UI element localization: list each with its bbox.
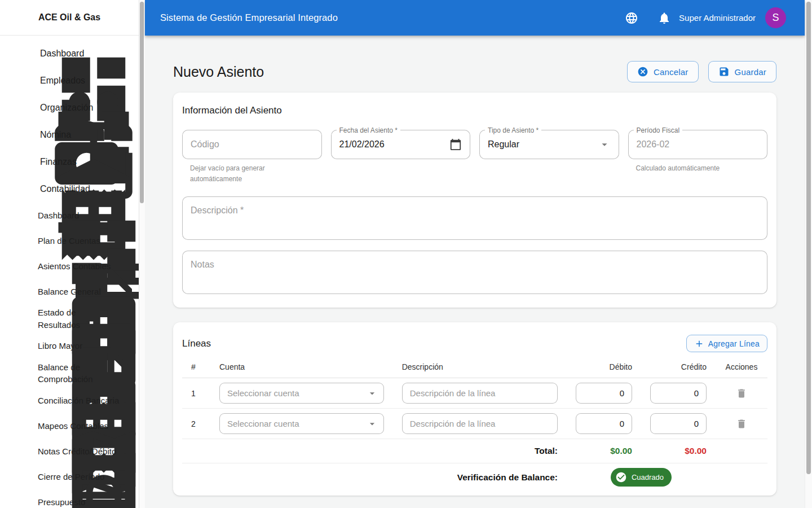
- chevron-down-icon: [115, 155, 129, 169]
- debito-input-row2[interactable]: [576, 413, 632, 434]
- bank-icon: [9, 155, 23, 169]
- caret-down-icon: [367, 418, 378, 430]
- sidebar-item-contabilidad[interactable]: Contabilidad: [0, 176, 139, 203]
- descripcion-textarea[interactable]: [182, 196, 767, 240]
- sidebar-item-nomina[interactable]: Nómina: [0, 121, 139, 148]
- bell-icon: [657, 11, 671, 25]
- sidebar-subitem-label: Libro Mayor: [38, 340, 82, 352]
- descripcion-input-row2[interactable]: [402, 413, 558, 434]
- periodo-value: 2026-02: [637, 139, 760, 150]
- lines-card: Líneas Agregar Línea # Cuenta Descripció…: [173, 322, 776, 496]
- sidebar-item-label: Contabilidad: [40, 184, 90, 194]
- chevron-down-icon: [115, 128, 129, 142]
- periodo-label: Período Fiscal: [634, 126, 683, 134]
- notas-textarea[interactable]: [182, 251, 767, 294]
- credito-input-row2[interactable]: [650, 413, 707, 434]
- sidebar-subitem-conciliacion-bancaria[interactable]: Conciliación Bancaria: [0, 388, 139, 413]
- sidebar-item-label: Empleados: [40, 76, 85, 86]
- totals-row: Total: $0.00 $0.00: [182, 439, 767, 463]
- fecha-field[interactable]: Fecha del Asiento * 21/02/2026: [331, 130, 471, 159]
- notifications-button[interactable]: [653, 7, 676, 29]
- sidebar-item-label: Organización: [40, 103, 93, 113]
- lines-table-header: # Cuenta Descripción Débito Crédito Acci…: [182, 352, 767, 378]
- info-card-heading: Información del Asiento: [182, 105, 767, 116]
- sidebar-subitem-balance-de-comprobacion[interactable]: Balance de Comprobación: [0, 359, 139, 388]
- col-number: #: [182, 352, 210, 378]
- chevron-up-icon: [115, 182, 129, 196]
- sidebar-scrollbar-thumb[interactable]: [140, 2, 144, 203]
- sidebar-subitem-estado-de-resultados[interactable]: Estado de Resultados: [0, 304, 139, 334]
- cuenta-select-row2[interactable]: Seleccionar cuenta: [219, 413, 384, 434]
- receipt-icon: [9, 182, 23, 196]
- save-button-label: Guardar: [735, 67, 766, 77]
- sidebar-item-label: Dashboard: [40, 49, 84, 59]
- fecha-label: Fecha del Asiento *: [337, 126, 400, 134]
- add-line-button-label: Agregar Línea: [708, 339, 760, 348]
- page-scrollbar-thumb[interactable]: [806, 2, 811, 474]
- total-credito: $0.00: [641, 439, 716, 463]
- list-icon: [19, 235, 30, 247]
- sidebar-subitem-mapeos-contables[interactable]: Mapeos Contables: [0, 413, 139, 439]
- tipo-label: Tipo de Asiento *: [485, 126, 541, 134]
- sidebar-scrollbar[interactable]: [139, 0, 145, 508]
- sidebar-subitem-label: Cierre de Período: [38, 471, 104, 483]
- app-bar: Sistema de Gestión Empresarial Integrado…: [145, 0, 805, 36]
- caret-down-icon: [367, 388, 378, 399]
- avatar[interactable]: S: [765, 7, 786, 28]
- sidebar-item-label: Presupuesto: [38, 496, 85, 508]
- main-area: Sistema de Gestión Empresarial Integrado…: [145, 0, 805, 508]
- sidebar-subitem-dashboard[interactable]: Dashboard: [0, 203, 139, 228]
- tipo-select[interactable]: Tipo de Asiento * Regular: [479, 130, 619, 159]
- payments-icon: [9, 128, 23, 142]
- lines-card-heading: Líneas: [182, 338, 211, 349]
- total-debito: $0.00: [567, 439, 641, 463]
- debito-input-row1[interactable]: [576, 383, 632, 404]
- sidebar-item-label: Nómina: [40, 130, 71, 140]
- cancel-button-label: Cancelar: [654, 67, 689, 77]
- save-button[interactable]: Guardar: [708, 61, 776, 82]
- delete-line-button-row1[interactable]: [732, 384, 751, 402]
- credito-input-row1[interactable]: [650, 383, 707, 404]
- cancel-button[interactable]: Cancelar: [627, 61, 699, 82]
- col-credito: Crédito: [641, 352, 716, 378]
- add-line-button[interactable]: Agregar Línea: [686, 335, 767, 352]
- sidebar-subitem-plan-de-cuentas[interactable]: Plan de Cuentas: [0, 228, 139, 253]
- descripcion-input-row1[interactable]: [402, 383, 558, 404]
- sidebar-item-dashboard[interactable]: Dashboard: [0, 40, 139, 67]
- sidebar-subitem-cierre-de-periodo[interactable]: Cierre de Período: [0, 464, 139, 489]
- cuenta-select-placeholder: Seleccionar cuenta: [227, 419, 367, 428]
- page-scrollbar[interactable]: [805, 0, 812, 508]
- sidebar-item-organizacion[interactable]: Organización: [0, 94, 139, 121]
- cuenta-select-placeholder: Seleccionar cuenta: [227, 388, 367, 398]
- sidebar-subitem-libro-mayor[interactable]: Libro Mayor: [0, 334, 139, 359]
- check-circle-icon: [615, 471, 627, 483]
- sidebar-subitem-notas-credito-debito[interactable]: Notas Crédito/Débito: [0, 439, 139, 464]
- language-button[interactable]: [620, 7, 643, 29]
- sidebar-item-presupuesto[interactable]: Presupuesto: [0, 489, 139, 508]
- map-icon: [19, 421, 30, 432]
- calendar-icon[interactable]: [449, 138, 462, 151]
- sidebar-item-empleados[interactable]: Empleados: [0, 67, 139, 94]
- document-icon: [19, 340, 30, 352]
- line-row-1: 1 Seleccionar cuenta: [182, 378, 767, 409]
- sidebar-subitem-asientos-contables[interactable]: Asientos Contables: [0, 253, 139, 279]
- globe-icon: [625, 11, 638, 25]
- balance-label: Verificación de Balance:: [393, 465, 567, 491]
- periodo-field: Período Fiscal 2026-02: [628, 130, 768, 159]
- sidebar-subitem-balance-general[interactable]: Balance General: [0, 279, 139, 304]
- header-actions: Cancelar Guardar: [627, 61, 776, 82]
- codigo-field[interactable]: Código: [182, 130, 322, 159]
- trash-icon: [736, 418, 747, 430]
- total-label: Total:: [393, 439, 567, 463]
- chevron-down-icon: [116, 496, 129, 508]
- sidebar-subitem-label: Asientos Contables: [38, 260, 111, 273]
- bar-chart-icon: [19, 367, 30, 379]
- sidebar: ACE Oil & Gas Dashboard Empleados Organi…: [0, 0, 139, 508]
- receipt-icon: [19, 395, 30, 406]
- delete-line-button-row2[interactable]: [732, 415, 751, 433]
- balance-verification-row: Verificación de Balance: Cuadrado: [182, 463, 767, 491]
- sidebar-subitem-label: Plan de Cuentas: [38, 235, 100, 247]
- cuenta-select-row1[interactable]: Seleccionar cuenta: [219, 383, 384, 404]
- sidebar-item-finanzas[interactable]: Finanzas: [0, 148, 139, 176]
- row-number: 1: [182, 384, 210, 402]
